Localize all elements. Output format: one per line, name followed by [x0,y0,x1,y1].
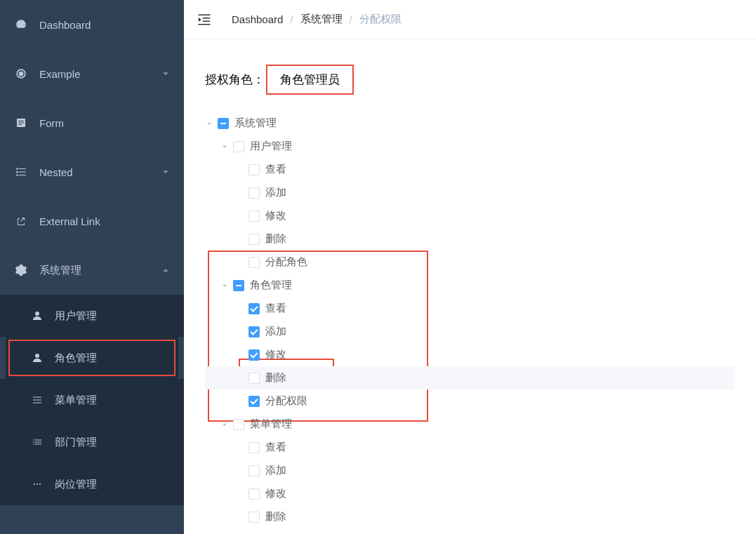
sidebar-item-label: Form [39,117,170,129]
role-label: 授权角色： [205,72,265,88]
breadcrumb-item[interactable]: Dashboard [232,13,283,25]
tree-checkbox[interactable] [248,349,260,361]
tree-checkbox[interactable] [248,211,260,222]
tree-node[interactable]: 查看 [205,158,735,181]
tree-node[interactable]: 删除 [205,227,735,251]
sidebar-item-external-link[interactable]: External Link [0,196,184,246]
gear-icon [14,263,28,277]
sidebar-item-form[interactable]: Form [0,98,184,147]
breadcrumb-item: 分配权限 [359,13,402,26]
tree-caret-down-icon[interactable] [205,119,213,128]
user-icon [31,309,44,322]
content-area: 授权角色： 角色管理员 系统管理用户管理查看添加修改删除分配角色角色管理查看添加… [184,39,756,534]
sidebar-subitem-部门管理[interactable]: 部门管理 [0,421,184,463]
tree-checkbox[interactable] [233,280,244,291]
tree-node-label: 角色管理 [250,279,292,292]
tree-node-label: 查看 [265,302,286,315]
tree-node[interactable]: 用户管理 [205,135,735,158]
tree-checkbox[interactable] [248,512,260,523]
tree-node[interactable]: 删除 [205,366,735,389]
sidebar-item-label: Example [39,68,161,80]
tree-node[interactable]: 系统管理 [205,112,735,135]
tree-caret-down-icon[interactable] [220,281,229,290]
dept-icon [31,436,44,448]
sidebar-subitem-角色管理[interactable]: 角色管理 [6,337,178,379]
tree-node[interactable]: 添加 [205,320,735,343]
tree-node-label: 修改 [265,348,286,361]
tree-node-label: 修改 [265,487,286,500]
tree-node[interactable]: 删除 [205,505,735,528]
tree-node[interactable]: 查看 [205,297,735,320]
tree-node-label: 查看 [265,441,286,454]
tree-checkbox[interactable] [233,419,244,430]
svg-point-2 [39,483,41,485]
menu-icon [31,394,44,406]
hamburger-icon[interactable] [197,12,212,27]
svg-point-1 [37,483,38,485]
breadcrumb-separator: / [290,13,293,25]
sidebar-item-label: Nested [39,166,161,178]
tree-checkbox[interactable] [248,373,260,384]
sidebar-item-label: External Link [39,215,170,227]
sidebar-subitem-label: 角色管理 [55,352,164,365]
tree-checkbox[interactable] [248,303,260,314]
sidebar: DashboardExampleFormNestedExternal Link系… [0,0,184,534]
tree-node[interactable]: 部门管理 [205,528,735,534]
tree-node-label: 查看 [265,163,286,176]
tree-checkbox[interactable] [248,465,260,476]
breadcrumb-separator: / [350,13,352,25]
tree-caret-down-icon[interactable] [220,142,229,151]
tree-node[interactable]: 修改 [205,343,735,366]
tree-node[interactable]: 菜单管理 [205,413,735,436]
main-area: Dashboard/系统管理/分配权限 授权角色： 角色管理员 系统管理用户管理… [184,0,756,534]
post-icon [31,478,44,490]
sidebar-item-label: Dashboard [39,19,170,31]
form-icon [14,116,28,130]
tree-checkbox[interactable] [233,141,244,152]
tree-node[interactable]: 角色管理 [205,274,735,297]
sidebar-item-label: 系统管理 [39,264,161,277]
sidebar-item-系统管理[interactable]: 系统管理 [0,246,184,295]
tree-node-label: 删除 [265,232,286,246]
tree-checkbox[interactable] [248,488,260,500]
tree-checkbox[interactable] [248,164,260,175]
permission-tree: 系统管理用户管理查看添加修改删除分配角色角色管理查看添加修改删除分配权限菜单管理… [205,112,735,534]
sidebar-subitem-label: 部门管理 [55,436,170,449]
sidebar-item-example[interactable]: Example [0,49,184,98]
tree-caret-down-icon[interactable] [220,420,229,429]
tree-node-label: 分配角色 [265,255,307,269]
tree-checkbox[interactable] [248,234,260,245]
tree-checkbox[interactable] [248,396,260,407]
tree-node-label: 修改 [265,209,286,222]
sidebar-item-nested[interactable]: Nested [0,147,184,196]
chevron-up-icon [161,266,170,274]
dashboard-icon [14,18,28,32]
tree-checkbox[interactable] [248,187,260,199]
sidebar-item-dashboard[interactable]: Dashboard [0,0,184,49]
tree-node[interactable]: 分配权限 [205,389,735,413]
tree-node[interactable]: 分配角色 [205,251,735,274]
chevron-down-icon [161,69,170,78]
example-icon [14,67,28,81]
tree-checkbox[interactable] [218,118,229,129]
tree-node-label: 添加 [265,325,286,338]
tree-node[interactable]: 添加 [205,181,735,204]
tree-node[interactable]: 修改 [205,204,735,227]
user-icon [31,352,44,364]
tree-node[interactable]: 修改 [205,482,735,505]
sidebar-subitem-label: 菜单管理 [55,394,170,407]
tree-node[interactable]: 查看 [205,436,735,459]
chevron-down-icon [161,168,170,176]
sidebar-subitem-label: 岗位管理 [55,478,170,491]
sidebar-subitem-菜单管理[interactable]: 菜单管理 [0,379,184,421]
sidebar-subitem-label: 用户管理 [55,309,170,323]
tree-node-label: 添加 [265,464,286,477]
tree-checkbox[interactable] [248,257,260,268]
tree-checkbox[interactable] [248,442,260,453]
tree-checkbox[interactable] [248,326,260,338]
sidebar-subitem-岗位管理[interactable]: 岗位管理 [0,463,184,505]
tree-node-label: 分配权限 [265,394,307,408]
breadcrumb-item[interactable]: 系统管理 [300,13,343,26]
tree-node[interactable]: 添加 [205,459,735,482]
sidebar-subitem-用户管理[interactable]: 用户管理 [0,295,184,337]
